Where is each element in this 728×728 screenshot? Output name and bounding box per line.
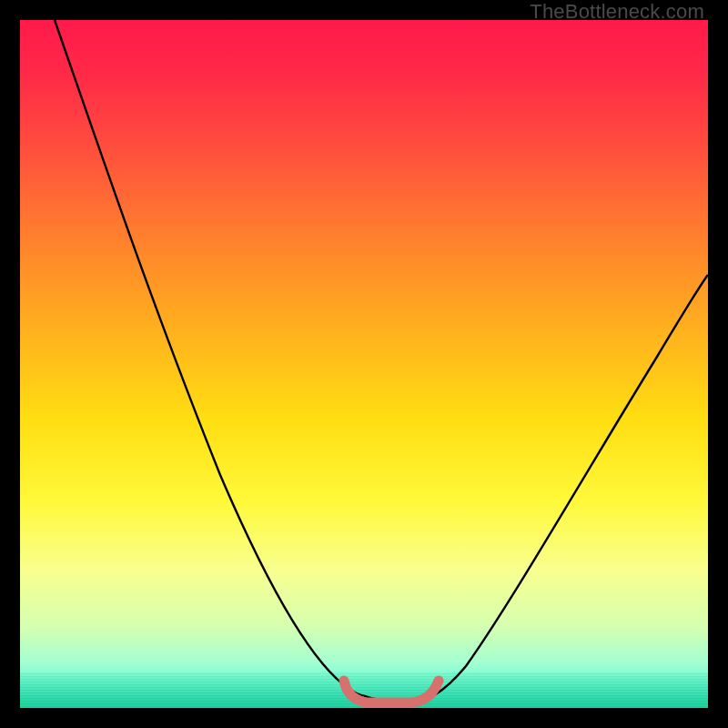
bottleneck-curve-svg [20,20,708,708]
optimal-zone-marker-path [344,681,439,703]
bottleneck-curve-path [55,20,708,703]
chart-container: TheBottleneck.com [0,0,728,728]
plot-area [20,20,708,708]
